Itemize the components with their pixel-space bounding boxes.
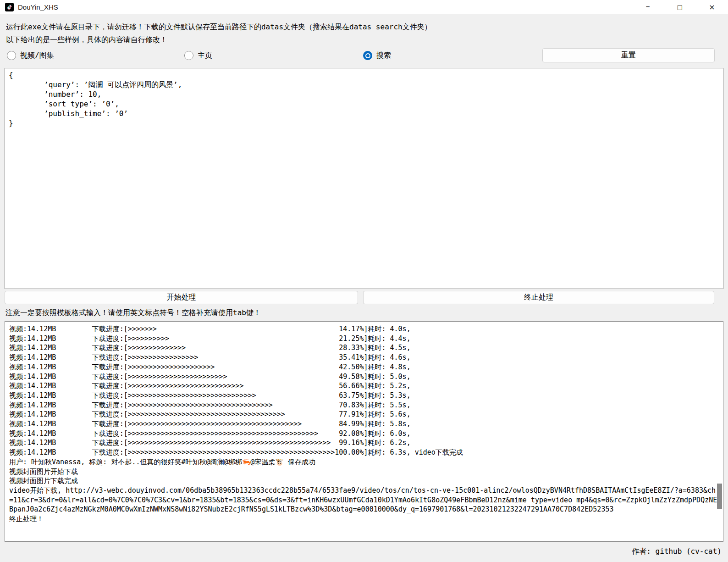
radio-label: 搜索 — [376, 51, 391, 61]
log-scrollbar-thumb[interactable] — [717, 484, 722, 509]
author-credit: 作者: github (cv-cat) — [632, 547, 722, 556]
maximize-icon: □ — [677, 4, 683, 11]
tiktok-app-icon — [5, 3, 14, 11]
close-button[interactable]: × — [696, 0, 728, 14]
start-processing-button[interactable]: 开始处理 — [5, 291, 358, 304]
minimize-icon: ─ — [646, 4, 649, 10]
radio-homepage[interactable]: 主页 — [184, 50, 212, 61]
reset-button[interactable]: 重置 — [542, 48, 715, 62]
format-warning-text: 注意一定要按照模板格式输入！请使用英文标点符号！空格补充请使用tab键！ — [6, 308, 261, 318]
radio-video-gallery[interactable]: 视频/图集 — [7, 50, 54, 61]
notice-sample: 以下给出的是一些样例，具体的内容请自行修改！ — [6, 35, 167, 45]
radio-unselected-icon[interactable] — [7, 51, 16, 60]
radio-selected-icon[interactable] — [363, 51, 372, 60]
maximize-button[interactable]: □ — [664, 0, 696, 14]
query-template-editor[interactable]: { ’query’: ’阔澜 可以点评四周的风景’, ’number’: 10,… — [5, 68, 723, 289]
titlebar[interactable]: DouYin_XHS ─ □ × — [0, 0, 728, 14]
minimize-button[interactable]: ─ — [632, 0, 664, 14]
radio-search[interactable]: 搜索 — [363, 50, 391, 61]
log-output[interactable]: 视频:14.12MB 下载进度:[>>>>>>> 14.17%]耗时: 4.0s… — [5, 321, 723, 542]
radio-label: 主页 — [198, 51, 212, 61]
notice-run-directory: 运行此exe文件请在原目录下，请勿迁移！下载的文件默认保存至当前路径下的data… — [6, 22, 432, 32]
window-title: DouYin_XHS — [18, 3, 58, 11]
close-icon: × — [709, 3, 715, 11]
radio-label: 视频/图集 — [20, 51, 54, 61]
radio-unselected-icon[interactable] — [184, 51, 193, 60]
stop-processing-button[interactable]: 终止处理 — [363, 291, 714, 304]
log-text: 视频:14.12MB 下载进度:[>>>>>>> 14.17%]耗时: 4.0s… — [9, 325, 717, 523]
